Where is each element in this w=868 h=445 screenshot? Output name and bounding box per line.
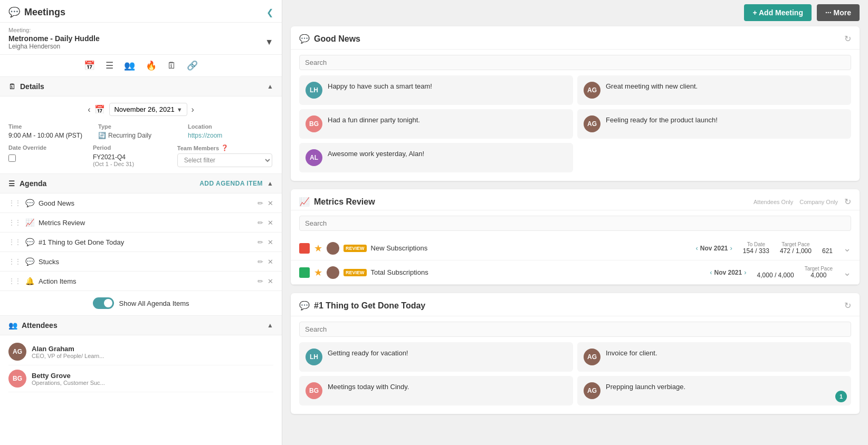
right-panel: 💬 Good News ↻ LH Happy to have such a sm… xyxy=(282,0,868,445)
attendees-only-label: Attendees Only xyxy=(753,199,793,205)
metrics-refresh-button[interactable]: ↻ xyxy=(844,197,851,207)
filter-select[interactable]: Select filter xyxy=(177,153,272,167)
good-news-search-input[interactable] xyxy=(299,55,851,70)
good-news-item: BG Had a fun dinner party tonight. xyxy=(299,109,573,139)
good-news-refresh-button[interactable]: ↻ xyxy=(844,34,851,44)
remove-agenda-item-button[interactable]: ✕ xyxy=(268,219,273,227)
calendar-icon[interactable]: 📅 xyxy=(84,60,95,71)
review-badge: REVIEW xyxy=(344,269,367,276)
details-content: ‹ 📅 November 26, 2021 ▼ › Time Type Loca… xyxy=(0,96,282,174)
review-badge: REVIEW xyxy=(344,245,367,252)
date-dropdown-icon[interactable]: ▼ xyxy=(177,107,183,113)
thing-item: BG Meetings today with Cindy. xyxy=(299,376,573,405)
good-news-title: Good News xyxy=(314,34,360,44)
time-label: Time xyxy=(8,123,94,130)
metric-expand-icon[interactable]: ⌄ xyxy=(843,243,851,254)
metrics-review-card: 📈 Metrics Review Attendees Only Company … xyxy=(291,189,860,285)
left-body: 🗓 Details ▲ ‹ 📅 November 26, 2021 ▼ › Ti… xyxy=(0,77,282,445)
collapse-button[interactable]: ❮ xyxy=(266,7,273,17)
attendees-collapse-icon: ▲ xyxy=(267,322,273,329)
attendee-name: Alan Graham xyxy=(32,345,104,353)
agenda-item: ⋮⋮ 📈 Metrics Review ✏ ✕ xyxy=(0,213,282,233)
action-items-icon: 🔔 xyxy=(25,277,34,285)
metric-name: Total Subscriptions xyxy=(371,268,706,276)
metrics-search-input[interactable] xyxy=(299,216,851,231)
drag-handle[interactable]: ⋮⋮ xyxy=(8,219,21,226)
flame-icon[interactable]: 🔥 xyxy=(146,60,157,71)
target-label xyxy=(822,241,833,247)
metric-expand-icon[interactable]: ⌄ xyxy=(843,267,851,278)
avatar: BG xyxy=(8,370,26,388)
location-link[interactable]: https://zoom xyxy=(188,132,273,139)
date-value[interactable]: November 26, 2021 xyxy=(114,105,174,113)
metric-avatar-sm xyxy=(327,266,339,279)
help-icon: ❓ xyxy=(221,144,228,151)
to-date-value: 154 / 333 xyxy=(743,247,769,255)
toggle-switch[interactable] xyxy=(93,297,114,309)
details-title: Details xyxy=(20,82,44,91)
type-value: 🔄 Recurring Daily xyxy=(98,132,184,139)
thing-item: AG Invoice for client. xyxy=(577,342,851,372)
edit-agenda-item-button[interactable]: ✏ xyxy=(257,238,263,246)
prev-date-button[interactable]: ‹ xyxy=(88,105,90,114)
agenda-item-name: #1 Thing to Get Done Today xyxy=(39,238,253,246)
drag-handle[interactable]: ⋮⋮ xyxy=(8,277,21,285)
thing-card-icon: 💬 xyxy=(299,301,310,311)
notification-badge: 1 xyxy=(835,391,847,402)
thing-text: Meetings today with Cindy. xyxy=(328,382,409,392)
calendar-nav-icon: 📅 xyxy=(94,104,105,114)
avatar: AG xyxy=(8,343,26,361)
period-sub: (Oct 1 - Dec 31) xyxy=(93,161,173,167)
date-override-checkbox[interactable] xyxy=(8,154,16,162)
people-icon[interactable]: 👥 xyxy=(124,60,135,71)
good-news-item: AG Great meeting with new client. xyxy=(577,75,851,105)
metric-next-button[interactable]: › xyxy=(744,268,746,276)
good-news-item: AL Awesome work yesterday, Alan! xyxy=(299,143,573,172)
link-icon[interactable]: 🔗 xyxy=(187,60,198,71)
thing-title: #1 Thing to Get Done Today xyxy=(314,301,425,311)
drag-handle[interactable]: ⋮⋮ xyxy=(8,258,21,265)
drag-handle[interactable]: ⋮⋮ xyxy=(8,238,21,246)
remove-agenda-item-button[interactable]: ✕ xyxy=(268,238,273,246)
metric-prev-button[interactable]: ‹ xyxy=(695,244,698,252)
agenda-item: ⋮⋮ 💬 Good News ✏ ✕ xyxy=(0,194,282,213)
next-date-button[interactable]: › xyxy=(192,105,194,114)
add-meeting-button[interactable]: + Add Meeting xyxy=(744,4,812,21)
thing-search-input[interactable] xyxy=(299,322,851,337)
remove-agenda-item-button[interactable]: ✕ xyxy=(268,258,273,266)
add-agenda-button[interactable]: ADD AGENDA ITEM xyxy=(199,180,263,187)
calendar-alt-icon[interactable]: 🗓 xyxy=(167,61,176,71)
to-date-label: To Date xyxy=(743,241,769,247)
attendee-role: Operations, Customer Suc... xyxy=(32,380,105,386)
metric-prev-button[interactable]: ‹ xyxy=(710,268,712,276)
metric-next-button[interactable]: › xyxy=(730,244,732,252)
edit-agenda-item-button[interactable]: ✏ xyxy=(257,277,263,285)
edit-agenda-item-button[interactable]: ✏ xyxy=(257,258,263,266)
attendees-title: Attendees xyxy=(22,321,58,330)
thing-refresh-button[interactable]: ↻ xyxy=(844,301,851,311)
attendee-item: AG Alan Graham CEO, VP of People/ Learn.… xyxy=(8,338,273,365)
thing-item: AG Prepping launch verbiage. 1 xyxy=(577,376,851,405)
details-collapse-icon: ▲ xyxy=(267,83,273,90)
meeting-dropdown-arrow[interactable]: ▼ xyxy=(265,37,273,47)
remove-agenda-item-button[interactable]: ✕ xyxy=(268,277,273,285)
details-section-header[interactable]: 🗓 Details ▲ xyxy=(0,77,282,96)
edit-agenda-item-button[interactable]: ✏ xyxy=(257,219,263,227)
thing-item: LH Getting ready for vacation! xyxy=(299,342,573,372)
drag-handle[interactable]: ⋮⋮ xyxy=(8,199,21,207)
agenda-item-name: Metrics Review xyxy=(39,219,253,227)
remove-agenda-item-button[interactable]: ✕ xyxy=(268,199,273,207)
avatar: LH xyxy=(306,82,322,99)
news-text: Great meeting with new client. xyxy=(606,82,698,91)
agenda-item: ⋮⋮ 💬 #1 Thing to Get Done Today ✏ ✕ xyxy=(0,233,282,252)
meeting-person: Leigha Henderson xyxy=(8,43,100,50)
list-icon[interactable]: ☰ xyxy=(106,60,113,71)
attendees-header[interactable]: 👥 Attendees ▲ xyxy=(0,316,282,335)
edit-agenda-item-button[interactable]: ✏ xyxy=(257,199,263,207)
avatar: BG xyxy=(306,115,322,132)
more-button[interactable]: ··· More xyxy=(817,4,860,21)
target-value: 621 xyxy=(822,247,833,255)
attendees-icon: 👥 xyxy=(8,321,17,330)
target-pace-value: 472 / 1,000 xyxy=(780,247,812,255)
avatar: AG xyxy=(584,115,600,132)
